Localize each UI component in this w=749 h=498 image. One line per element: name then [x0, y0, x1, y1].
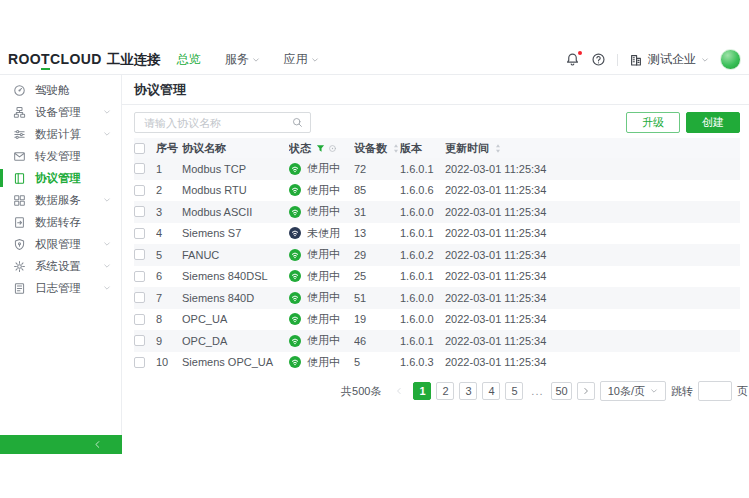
brand-wordmark: ROOTCLOUD: [8, 51, 102, 67]
nav-overview[interactable]: 总览: [177, 51, 201, 68]
jump-page-input[interactable]: [698, 381, 732, 401]
help-button[interactable]: [591, 52, 606, 67]
row-checkbox[interactable]: [134, 314, 145, 325]
status-icon: [289, 313, 301, 325]
brand-logo[interactable]: ROOTCLOUD 工业连接: [8, 51, 161, 69]
sidebar: 驾驶舱 设备管理 数据计算 转发管理 协议管理 数据服务 数据转存 权限管理 系…: [0, 75, 122, 435]
table-row[interactable]: 9 OPC_DA 使用中 46 1.6.0.1 2022-03-01 11:25…: [134, 330, 740, 352]
row-checkbox[interactable]: [134, 206, 145, 217]
row-checkbox[interactable]: [134, 357, 145, 368]
status-icon: [289, 356, 301, 368]
search-input[interactable]: [142, 116, 292, 130]
sidebar-item-log-management[interactable]: 日志管理: [0, 277, 121, 299]
sidebar-item-forward-management[interactable]: 转发管理: [0, 145, 121, 167]
protocol-status: 使用中: [289, 333, 354, 348]
permission-icon: [13, 238, 26, 251]
tenant-switcher[interactable]: 测试企业: [629, 51, 709, 68]
table-row[interactable]: 8 OPC_UA 使用中 19 1.6.0.0 2022-03-01 11:25…: [134, 309, 740, 331]
sidebar-item-dashboard[interactable]: 驾驶舱: [0, 79, 121, 101]
row-index: 10: [156, 356, 182, 368]
select-all-checkbox[interactable]: [134, 143, 145, 154]
protocol-status: 使用中: [289, 204, 354, 219]
status-text: 使用中: [307, 355, 340, 370]
column-updated-label: 更新时间: [445, 141, 489, 156]
row-checkbox[interactable]: [134, 271, 145, 282]
sidebar-item-device-management[interactable]: 设备管理: [0, 101, 121, 123]
sidebar-item-label: 数据计算: [35, 127, 81, 142]
table-row[interactable]: 6 Siemens 840DSL 使用中 25 1.6.0.1 2022-03-…: [134, 266, 740, 288]
column-updated: 更新时间: [445, 141, 740, 156]
page-size-select[interactable]: 10条/页: [600, 381, 666, 401]
chevron-left-icon: [93, 440, 102, 449]
prev-page-button[interactable]: [390, 382, 408, 400]
nav-apps[interactable]: 应用: [284, 51, 319, 68]
updated-time: 2022-03-01 11:25:34: [445, 184, 740, 196]
row-checkbox[interactable]: [134, 163, 145, 174]
sidebar-collapse-button[interactable]: [0, 435, 122, 454]
chevron-down-icon: [103, 130, 111, 138]
total-count: 共500条: [341, 384, 381, 399]
page-button-50[interactable]: 50: [551, 382, 571, 400]
row-index: 9: [156, 335, 182, 347]
sidebar-item-label: 系统设置: [35, 259, 81, 274]
status-text: 使用中: [307, 247, 340, 262]
sidebar-item-data-service[interactable]: 数据服务: [0, 189, 121, 211]
protocol-status: 使用中: [289, 269, 354, 284]
filter-funnel-icon[interactable]: [316, 144, 325, 153]
table-row[interactable]: 7 Siemens 840D 使用中 51 1.6.0.0 2022-03-01…: [134, 287, 740, 309]
protocol-status: 使用中: [289, 161, 354, 176]
column-status: 状态: [289, 141, 354, 156]
notification-badge: [578, 51, 582, 55]
updated-time: 2022-03-01 11:25:34: [445, 227, 740, 239]
row-checkbox[interactable]: [134, 335, 145, 346]
filter-settings-icon[interactable]: [328, 144, 337, 153]
table-row[interactable]: 4 Siemens S7 未使用 13 1.6.0.1 2022-03-01 1…: [134, 223, 740, 245]
table-row[interactable]: 1 Modbus TCP 使用中 72 1.6.0.1 2022-03-01 1…: [134, 158, 740, 180]
table-row[interactable]: 3 Modbus ASCII 使用中 31 1.6.0.0 2022-03-01…: [134, 201, 740, 223]
sort-icon[interactable]: [494, 143, 502, 154]
page-list: 12345...50: [413, 382, 571, 400]
device-count: 5: [354, 356, 400, 368]
row-checkbox[interactable]: [134, 185, 145, 196]
column-version: 版本: [400, 141, 445, 156]
search-icon[interactable]: [292, 117, 303, 128]
sidebar-item-data-compute[interactable]: 数据计算: [0, 123, 121, 145]
sidebar-item-system-settings[interactable]: 系统设置: [0, 255, 121, 277]
table-row[interactable]: 10 Siemens OPC_UA 使用中 5 1.6.0.3 2022-03-…: [134, 352, 740, 374]
sidebar-item-label: 数据转存: [35, 215, 81, 230]
nav-services[interactable]: 服务: [225, 51, 260, 68]
data-transfer-icon: [13, 216, 26, 229]
status-text: 使用中: [307, 333, 340, 348]
sidebar-item-data-transfer[interactable]: 数据转存: [0, 211, 121, 233]
upgrade-button[interactable]: 升级: [626, 112, 680, 133]
page-ellipsis: ...: [528, 382, 546, 400]
page-button-5[interactable]: 5: [505, 382, 523, 400]
row-checkbox[interactable]: [134, 228, 145, 239]
column-device-count: 设备数: [354, 141, 400, 156]
create-button[interactable]: 创建: [686, 112, 740, 133]
updated-time: 2022-03-01 11:25:34: [445, 356, 740, 368]
page-size-value: 10条/页: [608, 384, 645, 399]
sort-icon[interactable]: [392, 143, 400, 154]
sidebar-item-protocol-management[interactable]: 协议管理: [0, 167, 121, 189]
row-checkbox[interactable]: [134, 249, 145, 260]
page-button-4[interactable]: 4: [482, 382, 500, 400]
user-avatar[interactable]: [720, 49, 741, 70]
page-button-3[interactable]: 3: [459, 382, 477, 400]
version: 1.6.0.6: [400, 184, 445, 196]
sidebar-item-label: 数据服务: [35, 193, 81, 208]
updated-time: 2022-03-01 11:25:34: [445, 335, 740, 347]
sidebar-item-permission-management[interactable]: 权限管理: [0, 233, 121, 255]
row-checkbox[interactable]: [134, 292, 145, 303]
notifications-button[interactable]: [565, 52, 580, 67]
page-button-1[interactable]: 1: [413, 382, 431, 400]
table-row[interactable]: 5 FANUC 使用中 29 1.6.0.2 2022-03-01 11:25:…: [134, 244, 740, 266]
version: 1.6.0.0: [400, 206, 445, 218]
page-button-2[interactable]: 2: [436, 382, 454, 400]
chevron-down-icon: [103, 108, 111, 116]
status-icon: [289, 206, 301, 218]
status-text: 使用中: [307, 269, 340, 284]
protocol-name: FANUC: [182, 249, 289, 261]
next-page-button[interactable]: [577, 382, 595, 400]
table-row[interactable]: 2 Modbus RTU 使用中 85 1.6.0.6 2022-03-01 1…: [134, 180, 740, 202]
